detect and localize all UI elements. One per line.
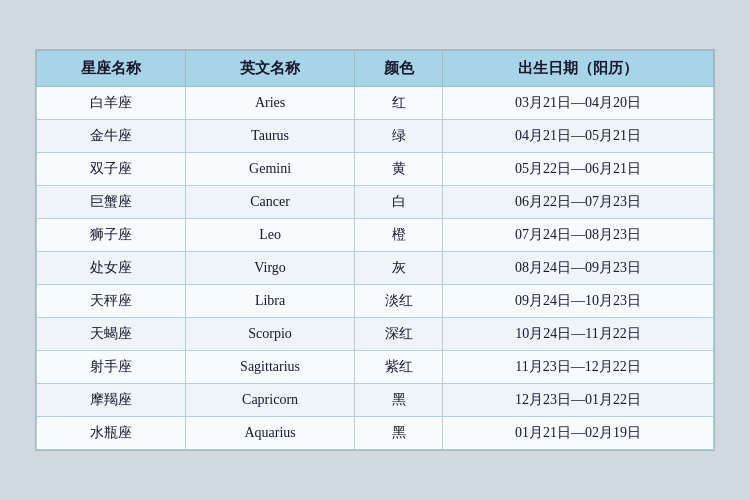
- cell-color: 红: [355, 87, 443, 120]
- cell-zh-name: 摩羯座: [37, 384, 186, 417]
- cell-zh-name: 巨蟹座: [37, 186, 186, 219]
- cell-date: 05月22日—06月21日: [443, 153, 714, 186]
- cell-en-name: Aquarius: [185, 417, 354, 450]
- cell-en-name: Cancer: [185, 186, 354, 219]
- cell-zh-name: 白羊座: [37, 87, 186, 120]
- cell-date: 11月23日—12月22日: [443, 351, 714, 384]
- header-color: 颜色: [355, 51, 443, 87]
- cell-zh-name: 双子座: [37, 153, 186, 186]
- cell-color: 黄: [355, 153, 443, 186]
- cell-date: 10月24日—11月22日: [443, 318, 714, 351]
- table-row: 狮子座Leo橙07月24日—08月23日: [37, 219, 714, 252]
- cell-en-name: Leo: [185, 219, 354, 252]
- header-en-name: 英文名称: [185, 51, 354, 87]
- cell-date: 09月24日—10月23日: [443, 285, 714, 318]
- cell-zh-name: 处女座: [37, 252, 186, 285]
- cell-zh-name: 射手座: [37, 351, 186, 384]
- cell-en-name: Libra: [185, 285, 354, 318]
- cell-color: 白: [355, 186, 443, 219]
- table-body: 白羊座Aries红03月21日—04月20日金牛座Taurus绿04月21日—0…: [37, 87, 714, 450]
- cell-date: 01月21日—02月19日: [443, 417, 714, 450]
- cell-date: 03月21日—04月20日: [443, 87, 714, 120]
- zodiac-table-container: 星座名称 英文名称 颜色 出生日期（阳历） 白羊座Aries红03月21日—04…: [35, 49, 715, 451]
- cell-en-name: Gemini: [185, 153, 354, 186]
- table-row: 摩羯座Capricorn黑12月23日—01月22日: [37, 384, 714, 417]
- cell-zh-name: 天秤座: [37, 285, 186, 318]
- cell-color: 绿: [355, 120, 443, 153]
- table-row: 白羊座Aries红03月21日—04月20日: [37, 87, 714, 120]
- cell-en-name: Virgo: [185, 252, 354, 285]
- cell-en-name: Capricorn: [185, 384, 354, 417]
- cell-color: 紫红: [355, 351, 443, 384]
- cell-en-name: Sagittarius: [185, 351, 354, 384]
- cell-color: 黑: [355, 384, 443, 417]
- table-row: 双子座Gemini黄05月22日—06月21日: [37, 153, 714, 186]
- table-row: 巨蟹座Cancer白06月22日—07月23日: [37, 186, 714, 219]
- cell-date: 12月23日—01月22日: [443, 384, 714, 417]
- cell-color: 黑: [355, 417, 443, 450]
- table-row: 天秤座Libra淡红09月24日—10月23日: [37, 285, 714, 318]
- cell-en-name: Aries: [185, 87, 354, 120]
- table-header-row: 星座名称 英文名称 颜色 出生日期（阳历）: [37, 51, 714, 87]
- cell-color: 深红: [355, 318, 443, 351]
- cell-zh-name: 天蝎座: [37, 318, 186, 351]
- cell-color: 淡红: [355, 285, 443, 318]
- cell-date: 06月22日—07月23日: [443, 186, 714, 219]
- cell-date: 08月24日—09月23日: [443, 252, 714, 285]
- table-row: 天蝎座Scorpio深红10月24日—11月22日: [37, 318, 714, 351]
- cell-en-name: Scorpio: [185, 318, 354, 351]
- cell-zh-name: 水瓶座: [37, 417, 186, 450]
- table-row: 金牛座Taurus绿04月21日—05月21日: [37, 120, 714, 153]
- table-row: 处女座Virgo灰08月24日—09月23日: [37, 252, 714, 285]
- cell-date: 07月24日—08月23日: [443, 219, 714, 252]
- cell-zh-name: 金牛座: [37, 120, 186, 153]
- cell-zh-name: 狮子座: [37, 219, 186, 252]
- cell-date: 04月21日—05月21日: [443, 120, 714, 153]
- table-row: 射手座Sagittarius紫红11月23日—12月22日: [37, 351, 714, 384]
- cell-color: 橙: [355, 219, 443, 252]
- header-zh-name: 星座名称: [37, 51, 186, 87]
- zodiac-table: 星座名称 英文名称 颜色 出生日期（阳历） 白羊座Aries红03月21日—04…: [36, 50, 714, 450]
- cell-color: 灰: [355, 252, 443, 285]
- cell-en-name: Taurus: [185, 120, 354, 153]
- header-date: 出生日期（阳历）: [443, 51, 714, 87]
- table-row: 水瓶座Aquarius黑01月21日—02月19日: [37, 417, 714, 450]
